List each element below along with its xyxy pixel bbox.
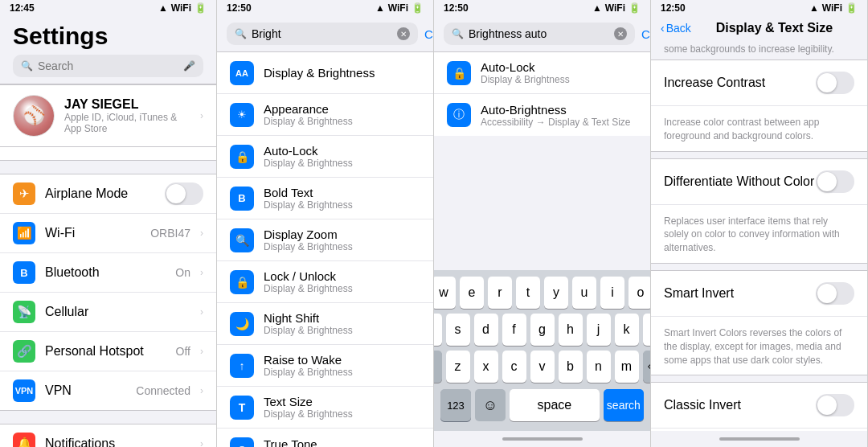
classic-toggle[interactable]	[816, 394, 854, 416]
search-icon-2: 🔍	[235, 28, 247, 39]
emoji-key-b[interactable]: ☺	[475, 389, 506, 421]
key-z-b[interactable]: z	[446, 351, 470, 383]
nav-title-4: Display & Text Size	[691, 21, 858, 35]
home-indicator-3	[434, 431, 650, 447]
key-y-b[interactable]: y	[544, 277, 568, 309]
result-title-text: Text Size	[264, 395, 420, 408]
notifications-icon: 🔔	[13, 433, 35, 447]
search-field-3[interactable]: 🔍 ✕	[444, 23, 635, 45]
search-input-2[interactable]	[252, 27, 392, 40]
result-displayzoom[interactable]: 🔍 Display Zoom Display & Brightness	[217, 219, 433, 261]
spacer-3	[651, 375, 867, 382]
result-subtitle-text: Display & Brightness	[264, 408, 420, 420]
key-b-b[interactable]: b	[559, 351, 583, 383]
result-info-autobight-3: Auto-Brightness Accessibility → Display …	[481, 103, 637, 128]
key-e-b[interactable]: e	[460, 277, 484, 309]
back-button[interactable]: ‹ Back	[661, 22, 691, 35]
profile-group: ⚾ JAY SIEGEL Apple ID, iCloud, iTunes & …	[0, 84, 216, 161]
classic-invert-row: Classic Invert	[651, 383, 867, 429]
result-title-zoom: Display Zoom	[264, 228, 420, 241]
result-info-raise: Raise to Wake Display & Brightness	[264, 353, 420, 378]
smart-invert-row: Smart Invert	[651, 271, 867, 317]
result-nightshift[interactable]: 🌙 Night Shift Display & Brightness	[217, 303, 433, 345]
hotspot-chevron: ›	[200, 346, 203, 357]
result-truetone[interactable]: ◎ True Tone Display & Brightness	[217, 429, 433, 447]
result-lockunlock[interactable]: 🔒 Lock / Unlock Display & Brightness	[217, 261, 433, 303]
key-c-b[interactable]: c	[502, 351, 526, 383]
avatar: ⚾	[13, 95, 55, 137]
profile-name: JAY SIEGEL	[64, 97, 190, 112]
clear-button-2[interactable]: ✕	[397, 27, 410, 40]
profile-info: JAY SIEGEL Apple ID, iCloud, iTunes & Ap…	[64, 97, 190, 134]
airplane-row[interactable]: ✈ Airplane Mode	[0, 174, 216, 214]
clear-button-3[interactable]: ✕	[614, 27, 627, 40]
space-key-b[interactable]: space	[510, 389, 600, 421]
wifi-row[interactable]: 📶 Wi-Fi ORBI47 ›	[0, 214, 216, 253]
time-2: 12:50	[227, 2, 252, 14]
search-input[interactable]	[38, 59, 178, 72]
key-m-b[interactable]: m	[615, 351, 639, 383]
kb-row-1b: q w e r t y u i o p	[437, 277, 647, 309]
key-r-b[interactable]: r	[488, 277, 512, 309]
status-bar-1: 12:45 ▲ WiFi 🔋	[0, 0, 216, 16]
result-icon-zoom: 🔍	[230, 228, 254, 252]
key-s-b[interactable]: s	[446, 314, 470, 346]
increase-contrast-row: Increase Contrast	[651, 60, 867, 106]
cellular-row[interactable]: 📡 Cellular ›	[0, 293, 216, 332]
result-info-appearance: Appearance Display & Brightness	[264, 102, 420, 127]
bluetooth-label: Bluetooth	[45, 265, 166, 280]
result-autolock-3[interactable]: 🔒 Auto-Lock Display & Brightness	[434, 52, 650, 94]
key-i-b[interactable]: i	[600, 277, 624, 309]
cancel-button-2[interactable]: Cancel	[424, 27, 434, 41]
hotspot-row[interactable]: 🔗 Personal Hotspot Off ›	[0, 332, 216, 371]
result-display-brightness[interactable]: AA Display & Brightness	[217, 52, 433, 94]
panel-search-bright: 12:50 ▲ WiFi 🔋 🔍 ✕ Cancel AA Display & B…	[217, 0, 434, 447]
result-autolock[interactable]: 🔒 Auto-Lock Display & Brightness	[217, 136, 433, 178]
key-n-b[interactable]: n	[587, 351, 611, 383]
airplane-toggle[interactable]	[165, 182, 203, 205]
key-x-b[interactable]: x	[474, 351, 498, 383]
key-t-b[interactable]: t	[516, 277, 540, 309]
key-k-b[interactable]: k	[615, 314, 639, 346]
nums-key-b[interactable]: 123	[440, 389, 471, 421]
result-raisetowake[interactable]: ↑ Raise to Wake Display & Brightness	[217, 345, 433, 387]
search-field-2[interactable]: 🔍 ✕	[227, 23, 418, 45]
diff-title: Differentiate Without Color	[664, 174, 814, 189]
vpn-chevron: ›	[200, 385, 203, 396]
key-g-b[interactable]: g	[530, 314, 555, 346]
search-input-3[interactable]	[469, 27, 609, 40]
status-bar-4: 12:50 ▲ WiFi 🔋	[651, 0, 867, 16]
key-l-b[interactable]: l	[643, 314, 652, 346]
key-f-b[interactable]: f	[502, 314, 526, 346]
search-key-b[interactable]: search	[604, 389, 644, 421]
result-appearance[interactable]: ☀ Appearance Display & Brightness	[217, 94, 433, 136]
result-textsize[interactable]: T Text Size Display & Brightness	[217, 387, 433, 429]
key-w-b[interactable]: w	[434, 277, 456, 309]
key-a-b[interactable]: a	[434, 314, 442, 346]
delete-key-b[interactable]: ⌫	[643, 351, 652, 383]
result-autobrightness-3[interactable]: ⓘ Auto-Brightness Accessibility → Displa…	[434, 94, 650, 136]
diff-toggle[interactable]	[816, 170, 854, 193]
search-bar[interactable]: 🔍 🎤	[13, 55, 203, 77]
bluetooth-row[interactable]: B Bluetooth On ›	[0, 253, 216, 293]
result-title-lock: Lock / Unlock	[264, 269, 420, 283]
result-info-autolock: Auto-Lock Display & Brightness	[264, 144, 420, 169]
shift-key-b[interactable]: ⇧	[434, 351, 442, 383]
smart-toggle[interactable]	[816, 282, 854, 305]
key-d-b[interactable]: d	[474, 314, 498, 346]
cancel-button-3[interactable]: Cancel	[641, 27, 651, 41]
notifications-row[interactable]: 🔔 Notifications ›	[0, 424, 216, 447]
key-v-b[interactable]: v	[530, 351, 555, 383]
contrast-toggle[interactable]	[816, 72, 854, 94]
key-j-b[interactable]: j	[587, 314, 611, 346]
profile-row[interactable]: ⚾ JAY SIEGEL Apple ID, iCloud, iTunes & …	[0, 84, 216, 147]
key-h-b[interactable]: h	[559, 314, 583, 346]
wifi-icon-3: WiFi	[605, 2, 625, 14]
vpn-row[interactable]: VPN VPN Connected ›	[0, 371, 216, 410]
result-boldtext[interactable]: B Bold Text Display & Brightness	[217, 178, 433, 219]
signal-icon-3: ▲	[592, 2, 602, 14]
result-icon-aa: AA	[230, 61, 254, 85]
diff-color-section: Differentiate Without Color Replaces use…	[651, 158, 867, 264]
key-u-b[interactable]: u	[572, 277, 596, 309]
key-o-b[interactable]: o	[628, 277, 651, 309]
